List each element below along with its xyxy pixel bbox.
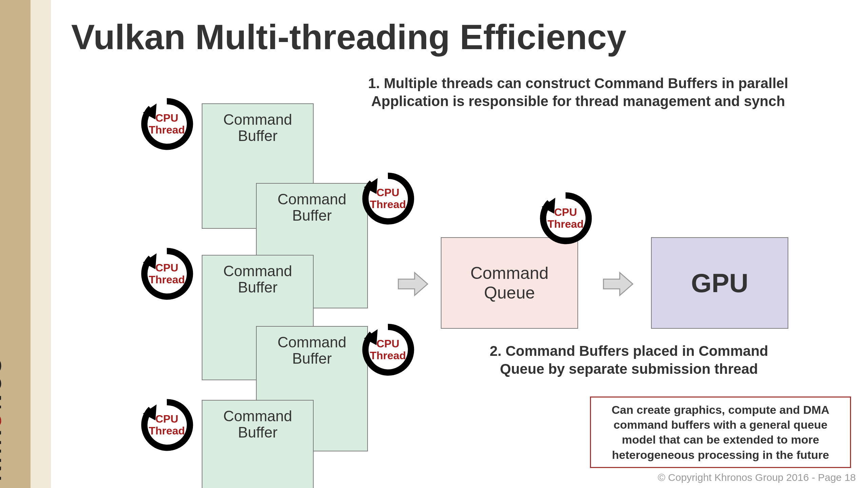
command-buffer-box: Command Buffer xyxy=(202,400,314,488)
copyright: © Copyright Khronos Group 2016 - Page 18 xyxy=(658,472,856,483)
cpu-thread-icon: CPU Thread xyxy=(359,170,416,227)
note-1: 1. Multiple threads can construct Comman… xyxy=(341,75,815,110)
note-2: 2. Command Buffers placed in Command Que… xyxy=(468,342,790,378)
svg-marker-6 xyxy=(398,272,428,295)
khronos-logo: KHRONOS™GROUP xyxy=(0,304,6,481)
sidebar: KHRONOS™GROUP xyxy=(0,0,51,488)
arrow-icon xyxy=(602,268,634,300)
cpu-thread-icon: CPU Thread xyxy=(138,96,195,152)
cpu-thread-icon: CPU Thread xyxy=(359,321,416,378)
note-3: Can create graphics, compute and DMA com… xyxy=(590,396,851,468)
cpu-thread-icon: CPU Thread xyxy=(138,245,195,302)
cpu-thread-icon: CPU Thread xyxy=(537,190,594,247)
cpu-thread-icon: CPU Thread xyxy=(138,396,195,453)
gpu-box: GPU xyxy=(651,237,788,329)
arrow-icon xyxy=(397,268,429,300)
slide: KHRONOS™GROUP Vulkan Multi-threading Eff… xyxy=(0,0,868,488)
command-queue-box: Command Queue xyxy=(441,237,578,329)
slide-title: Vulkan Multi-threading Efficiency xyxy=(71,17,626,57)
svg-marker-7 xyxy=(604,272,633,295)
